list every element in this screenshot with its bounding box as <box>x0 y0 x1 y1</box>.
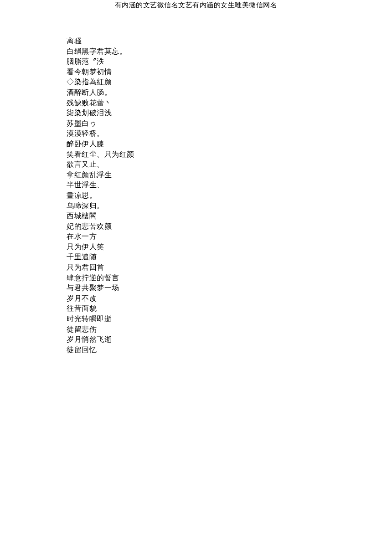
text-line: 拿红颜乱浮生 <box>67 170 392 180</box>
text-line: 时光转瞬即逝 <box>67 314 392 324</box>
text-line: 看今朝梦初情 <box>67 67 392 77</box>
text-line: 往昔面貌 <box>67 303 392 314</box>
text-line: ◇染指為紅颜 <box>67 77 392 87</box>
text-line: 千里追随 <box>67 252 392 262</box>
text-line: 徒留回忆 <box>67 345 392 355</box>
text-line: 漠漠轻桥。 <box>67 128 392 139</box>
text-line: 笑看红尘、只为红颜 <box>67 149 392 160</box>
text-line: 醉卧伊人膝 <box>67 139 392 149</box>
text-line: 白绢黑字君莫忘。 <box>67 46 392 57</box>
text-line: 柒染划破泪浅 <box>67 108 392 118</box>
text-line: 胭脂萢〞泆 <box>67 57 392 67</box>
text-line: 酒醉断人肠。 <box>67 87 392 98</box>
text-line: 乌啼深归。 <box>67 201 392 211</box>
text-line: 在水一方 <box>67 231 392 242</box>
text-line: 妃的悲苦欢颜 <box>67 221 392 232</box>
text-line: 欲言又止、 <box>67 159 392 170</box>
text-line: 苏墨白ゥ <box>67 118 392 129</box>
text-line: 徒留悲伤 <box>67 324 392 335</box>
text-line: 只为君回首 <box>67 262 392 273</box>
text-line: 离骚 <box>67 36 392 46</box>
text-line: 残缺败花蕾丶 <box>67 98 392 108</box>
text-line: 半世浮生、 <box>67 180 392 190</box>
text-line: 西城樓閣 <box>67 211 392 221</box>
text-line: 肆意拧逆的誓言 <box>67 273 392 283</box>
text-line: 与君共聚梦一场 <box>67 283 392 293</box>
document-title: 有内涵的文艺微信名文艺有内涵的女生唯美微信网名 <box>0 1 392 10</box>
text-line: 只为伊人笑 <box>67 242 392 252</box>
text-line: 岁月悄然飞逝 <box>67 334 392 345</box>
text-line: 畫凉思。 <box>67 190 392 201</box>
text-line: 岁月不改 <box>67 293 392 304</box>
content-area: 离骚白绢黑字君莫忘。胭脂萢〞泆看今朝梦初情◇染指為紅颜酒醉断人肠。残缺败花蕾丶柒… <box>0 36 392 355</box>
